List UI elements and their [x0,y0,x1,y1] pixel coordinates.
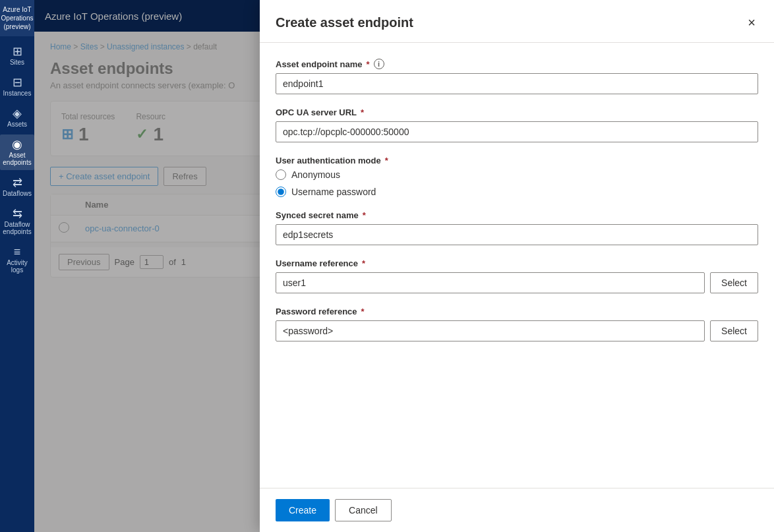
dialog-footer: Create Cancel [260,488,774,532]
dialog-header: Create asset endpoint × [260,0,774,43]
required-star-6: * [361,307,365,316]
main-area: Azure IoT Operations (preview) Home > Si… [34,0,774,532]
sidebar-item-label-activity-logs: Activity logs [1,259,33,274]
required-star-5: * [362,258,365,268]
dialog-title: Create asset endpoint [276,15,413,30]
form-group-username-ref: Username reference * Select [276,258,758,293]
sidebar-item-instances[interactable]: ⊟ Instances [0,73,34,101]
auth-mode-username-password[interactable]: Username password [276,187,758,197]
radio-username-password[interactable] [276,187,286,197]
auth-mode-radio-group: Anonymous Username password [276,169,758,197]
sidebar: Azure IoT Operations (preview) ⊞ Sites ⊟… [0,0,34,532]
sidebar-item-label-instances: Instances [3,90,32,97]
instances-icon: ⊟ [13,76,22,88]
required-star-2: * [361,107,364,117]
username-ref-input[interactable] [276,272,705,293]
endpoint-name-input[interactable] [276,73,758,94]
password-ref-label: Password reference * [276,307,758,316]
radio-anonymous[interactable] [276,169,286,180]
form-group-endpoint-name: Asset endpoint name * i [276,59,758,94]
sidebar-item-asset-endpoints[interactable]: ◉ Asset endpoints [0,134,34,170]
sidebar-item-label-sites: Sites [10,59,24,66]
password-ref-input[interactable] [276,320,705,341]
app-title: Azure IoT Operations (preview) [1,5,34,31]
sites-icon: ⊞ [13,45,22,57]
sidebar-item-dataflows[interactable]: ⇄ Dataflows [0,173,34,201]
password-ref-input-group: Select [276,320,758,341]
auth-mode-label: User authentication mode * [276,156,758,165]
asset-endpoints-icon: ◉ [12,138,22,150]
auth-mode-anonymous-label: Anonymous [291,169,340,180]
create-button[interactable]: Create [276,499,330,521]
info-icon-endpoint-name[interactable]: i [374,59,384,69]
auth-mode-anonymous[interactable]: Anonymous [276,169,758,180]
cancel-button[interactable]: Cancel [335,499,392,521]
form-group-auth-mode: User authentication mode * Anonymous Use… [276,156,758,197]
dialog-body: Asset endpoint name * i OPC UA server UR… [260,43,774,488]
endpoint-name-label: Asset endpoint name * i [276,59,758,69]
required-star-3: * [385,156,388,165]
sidebar-item-label-asset-endpoints: Asset endpoints [1,152,33,166]
assets-icon: ◈ [13,107,22,119]
form-group-password-ref: Password reference * Select [276,307,758,341]
dialog-close-button[interactable]: × [745,13,758,32]
username-ref-select-button[interactable]: Select [710,272,758,293]
required-star-4: * [363,210,366,220]
username-ref-label: Username reference * [276,258,758,268]
form-group-server-url: OPC UA server URL * [276,107,758,142]
server-url-input[interactable] [276,121,758,142]
form-group-synced-secret: Synced secret name * [276,210,758,245]
dataflow-endpoints-icon: ⇆ [13,208,22,220]
activity-logs-icon: ≡ [14,246,21,258]
app-title-area: Azure IoT Operations (preview) [0,0,34,36]
username-ref-input-group: Select [276,272,758,293]
create-asset-endpoint-dialog: Create asset endpoint × Asset endpoint n… [260,0,774,532]
synced-secret-input[interactable] [276,224,758,245]
sidebar-item-label-dataflow-endpoints: Dataflow endpoints [1,221,33,235]
sidebar-item-sites[interactable]: ⊞ Sites [0,42,34,70]
dataflows-icon: ⇄ [13,177,22,189]
server-url-label: OPC UA server URL * [276,107,758,117]
password-ref-select-button[interactable]: Select [710,320,758,341]
sidebar-nav: ⊞ Sites ⊟ Instances ◈ Assets ◉ Asset end… [0,42,34,278]
sidebar-item-activity-logs[interactable]: ≡ Activity logs [0,242,34,278]
synced-secret-label: Synced secret name * [276,210,758,220]
sidebar-item-assets[interactable]: ◈ Assets [0,103,34,132]
sidebar-item-label-dataflows: Dataflows [3,190,32,197]
sidebar-item-label-assets: Assets [7,121,27,128]
required-star-1: * [366,59,369,69]
modal-overlay: Create asset endpoint × Asset endpoint n… [34,0,774,532]
sidebar-item-dataflow-endpoints[interactable]: ⇆ Dataflow endpoints [0,204,34,239]
auth-mode-username-password-label: Username password [291,187,376,197]
